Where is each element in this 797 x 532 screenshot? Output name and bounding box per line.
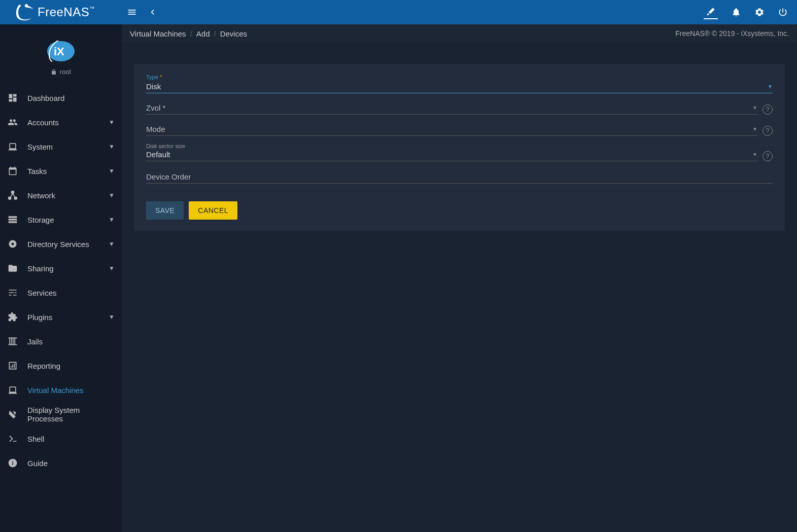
sector-field: Disk sector size Default ▼ ?: [146, 143, 773, 161]
sector-value: Default: [146, 150, 752, 159]
sector-select[interactable]: Default ▼: [146, 149, 757, 161]
sidebar-item-plugins[interactable]: Plugins▼: [0, 305, 122, 329]
sidebar-item-reporting[interactable]: Reporting: [0, 353, 122, 378]
help-icon[interactable]: ?: [763, 126, 773, 136]
storage-icon: [7, 215, 18, 225]
paint-icon: [706, 7, 716, 17]
sidebar-item-services[interactable]: Services: [0, 280, 122, 305]
sidebar-item-sharing[interactable]: Sharing▼: [0, 256, 122, 280]
info-icon: i: [7, 458, 18, 468]
sidebar-item-label: Reporting: [27, 362, 115, 370]
save-button[interactable]: SAVE: [146, 201, 184, 220]
sidebar-item-virtual-machines[interactable]: Virtual Machines: [0, 378, 122, 402]
sidebar-item-system[interactable]: System▼: [0, 134, 122, 159]
breadcrumb-separator: /: [190, 29, 192, 38]
chevron-left-icon: [147, 7, 157, 17]
sidebar-item-display-system-processes[interactable]: Display System Processes: [0, 402, 122, 427]
sidebar-item-shell[interactable]: Shell: [0, 427, 122, 451]
back-button[interactable]: [142, 2, 162, 22]
help-icon[interactable]: ?: [763, 151, 773, 161]
target-icon: [7, 239, 18, 249]
chevron-down-icon: ▼: [752, 126, 757, 132]
type-field: Type * Disk ▼: [146, 73, 773, 93]
chevron-down-icon: ▼: [109, 265, 115, 272]
order-label: Device Order: [146, 172, 191, 181]
sector-label: Disk sector size: [146, 143, 757, 149]
sidebar-item-label: Storage: [27, 216, 99, 224]
main: Virtual Machines / Add / Devices FreeNAS…: [122, 24, 797, 532]
svg-point-5: [12, 243, 14, 245]
tune-icon: [7, 288, 18, 298]
sidebar-item-label: Jails: [27, 337, 115, 346]
chevron-down-icon: ▼: [109, 119, 115, 126]
ix-logo-icon: iX: [47, 41, 75, 62]
breadcrumb-item: Devices: [220, 29, 247, 38]
topbar-actions: [704, 2, 793, 22]
sidebar-item-label: Plugins: [27, 313, 99, 322]
notifications-button[interactable]: [726, 2, 746, 22]
laptop-icon: [7, 141, 18, 152]
breadcrumb-item[interactable]: Virtual Machines: [130, 29, 186, 38]
terminal-icon: [7, 434, 18, 444]
divider: [146, 191, 773, 191]
form-card: Type * Disk ▼ Zvol * ▼ ?: [134, 64, 785, 231]
content: Type * Disk ▼ Zvol * ▼ ?: [122, 43, 797, 252]
lock-icon: [51, 69, 57, 75]
breadcrumb-separator: /: [214, 29, 216, 38]
extension-icon: [7, 312, 18, 322]
mode-select[interactable]: Mode ▼: [146, 122, 757, 136]
chevron-down-icon: ▼: [752, 152, 757, 157]
sidebar-item-label: Network: [27, 191, 99, 200]
share-icon: [7, 190, 18, 200]
mode-label: Mode: [146, 125, 752, 133]
breadcrumb: Virtual Machines / Add / Devices FreeNAS…: [122, 24, 797, 43]
sidebar-item-dashboard[interactable]: Dashboard: [0, 86, 122, 110]
sidebar-item-label: Services: [27, 289, 115, 297]
sidebar-item-directory-services[interactable]: Directory Services▼: [0, 232, 122, 256]
folder-icon: [7, 263, 18, 273]
sidebar-item-jails[interactable]: Jails: [0, 329, 122, 353]
menu-toggle-button[interactable]: [122, 2, 142, 22]
sidebar-item-accounts[interactable]: Accounts▼: [0, 110, 122, 134]
chevron-down-icon: ▼: [109, 240, 115, 247]
sidebar-item-network[interactable]: Network▼: [0, 183, 122, 207]
gear-icon: [754, 7, 765, 17]
sidebar-item-label: Accounts: [27, 118, 99, 127]
sidebar-item-label: Virtual Machines: [27, 386, 115, 395]
brand-text: FreeNAS: [38, 5, 89, 19]
chevron-down-icon: ▼: [109, 192, 115, 199]
theme-button[interactable]: [704, 5, 718, 19]
type-value: Disk: [146, 82, 768, 91]
bell-icon: [731, 7, 741, 17]
sidebar-item-tasks[interactable]: Tasks▼: [0, 159, 122, 183]
chevron-down-icon: ▼: [752, 105, 757, 111]
zvol-select[interactable]: Zvol * ▼: [146, 100, 757, 115]
mode-field: Mode ▼ ?: [146, 122, 773, 136]
process-icon: [7, 409, 18, 419]
order-input[interactable]: Device Order: [146, 168, 773, 184]
dashboard-icon: [7, 93, 18, 103]
zvol-label: Zvol *: [146, 103, 752, 112]
sidebar: iX root DashboardAccounts▼System▼Tasks▼N…: [0, 24, 122, 532]
sidebar-item-label: System: [27, 143, 99, 151]
breadcrumb-item[interactable]: Add: [196, 29, 210, 38]
calendar-icon: [7, 166, 18, 176]
cancel-button[interactable]: CANCEL: [189, 201, 237, 220]
svg-text:i: i: [12, 459, 13, 466]
help-icon[interactable]: ?: [763, 104, 773, 115]
type-select[interactable]: Disk ▼: [146, 79, 773, 93]
sidebar-item-guide[interactable]: iGuide: [0, 451, 122, 475]
chevron-down-icon: ▼: [768, 84, 773, 89]
power-button[interactable]: [773, 2, 793, 22]
user-indicator: root: [51, 68, 71, 76]
button-row: SAVE CANCEL: [146, 201, 773, 220]
logo-area: FreeNAS ™: [4, 3, 122, 22]
sidebar-item-label: Directory Services: [27, 240, 99, 249]
power-icon: [778, 7, 788, 17]
settings-button[interactable]: [749, 2, 770, 22]
sidebar-item-label: Tasks: [27, 167, 99, 175]
chevron-down-icon: ▼: [109, 216, 115, 223]
svg-text:iX: iX: [54, 45, 64, 58]
sidebar-item-storage[interactable]: Storage▼: [0, 207, 122, 232]
sidebar-item-label: Dashboard: [27, 94, 115, 102]
